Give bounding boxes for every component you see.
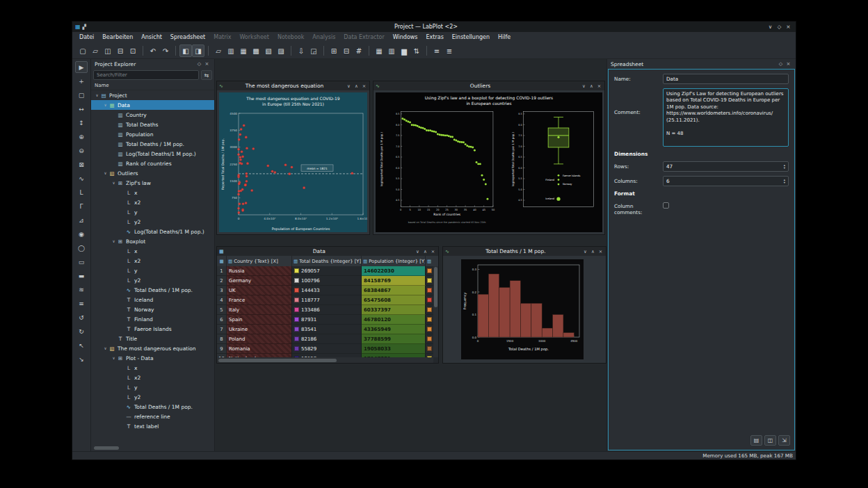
expand-arrow-icon[interactable]: ∨ (102, 346, 108, 350)
tree-item[interactable]: ▥Log(Total Deaths/1 M pop.) (91, 149, 214, 158)
histogram-titlebar[interactable]: ∿ Total Deaths / 1 M pop. ∨ ∧ × (443, 247, 606, 256)
rows-spinbox[interactable]: 47 ▴▾ (663, 161, 789, 172)
cell-country[interactable]: France (227, 295, 292, 305)
cell-total-deaths[interactable]: 55829 (292, 344, 362, 354)
cell-total-deaths[interactable]: 82186 (292, 334, 362, 344)
tree-item[interactable]: ▥Population (91, 129, 214, 139)
float-dock-icon[interactable]: ◇ (777, 61, 785, 67)
tree-item[interactable]: —reference line (91, 412, 214, 421)
restore-subwindow-icon[interactable]: ∧ (422, 249, 428, 254)
table-row[interactable]: 4France11877765475608 (217, 295, 438, 305)
tree-item[interactable]: Lx (91, 188, 214, 197)
close-dock-icon[interactable]: × (785, 61, 792, 67)
shift-left-icon[interactable]: ↖ (75, 339, 88, 351)
expand-arrow-icon[interactable]: ∨ (111, 181, 117, 185)
cell-population[interactable]: 37788599 (362, 334, 426, 344)
tree-item[interactable]: TTitle (91, 334, 214, 343)
undo-icon[interactable]: ↶ (147, 44, 159, 57)
table-row[interactable]: 3UK14443368384867 (217, 286, 438, 295)
float-dock-icon[interactable]: ◇ (195, 61, 203, 67)
tree-item[interactable]: ∿Total Deaths / 1M pop. (91, 402, 214, 412)
tree-item[interactable]: ∿Log(Total Deaths/1 M pop.) (91, 227, 214, 236)
name-field[interactable]: Data (663, 74, 789, 84)
toggle-properties-icon[interactable]: ◨ (192, 44, 204, 57)
insert-rows-icon[interactable]: ⊞ (328, 44, 340, 57)
cell-country[interactable]: Russia (227, 266, 292, 276)
cell-total-deaths[interactable]: 100796 (292, 276, 362, 286)
tree-item[interactable]: ▥Rank of countries (91, 158, 214, 168)
tree-item[interactable]: Ly2 (91, 217, 214, 227)
tree-item[interactable]: ▥Total Deaths / 1M pop. (91, 139, 214, 149)
auto-scale-icon[interactable]: ⊠ (75, 158, 88, 170)
add-axis-icon[interactable]: L (75, 186, 88, 198)
menu-item-hilfe[interactable]: Hilfe (494, 32, 515, 43)
add-plot-icon[interactable]: Γ (75, 200, 88, 212)
tree-item[interactable]: Ttext label (91, 421, 214, 431)
cell-country[interactable]: UK (227, 286, 292, 295)
redo-icon[interactable]: ↷ (159, 44, 172, 57)
print-preview-icon[interactable]: ⊡ (127, 44, 139, 57)
table-row[interactable]: 9Romania5582919058033 (217, 344, 438, 354)
cell-total-deaths[interactable]: 144433 (292, 286, 362, 295)
table-row[interactable]: 1Russia269057146022030 (217, 266, 438, 276)
tree-item[interactable]: TNorway (91, 304, 214, 314)
zoom-x-icon[interactable]: ↔ (75, 103, 88, 115)
sort-descending-icon[interactable]: ≣ (443, 44, 456, 57)
toggle-project-explorer-icon[interactable]: ◧ (179, 44, 192, 57)
cell-population[interactable]: 19058033 (362, 344, 426, 354)
tree-item[interactable]: Ly2 (91, 275, 214, 285)
template-load-button[interactable]: ▤ (750, 435, 762, 446)
cell-population[interactable]: 65475608 (362, 295, 426, 305)
shade-subwindow-icon[interactable]: ∨ (581, 83, 587, 89)
shade-subwindow-icon[interactable]: ∨ (346, 83, 352, 89)
cell-total-deaths[interactable]: 118777 (292, 295, 362, 305)
menu-item-spreadsheet[interactable]: Spreadsheet (166, 32, 209, 43)
shade-subwindow-icon[interactable]: ∨ (415, 249, 421, 254)
template-save-button[interactable]: ◫ (764, 435, 776, 446)
restore-subwindow-icon[interactable]: ∧ (590, 249, 596, 254)
add-xy-curve-icon[interactable]: ∿ (75, 172, 88, 184)
tree-item[interactable]: Lx2 (91, 197, 214, 207)
print-icon[interactable]: ⊟ (114, 44, 127, 57)
row-statistics-icon[interactable]: ▦ (373, 44, 385, 57)
zoom-in-icon[interactable]: ⊕ (75, 131, 88, 143)
tree-item[interactable]: ∨▤Project (91, 90, 214, 100)
close-subwindow-icon[interactable]: × (430, 249, 436, 254)
menu-item-extras[interactable]: Extras (422, 32, 448, 43)
tree-item[interactable]: ∿Total Deaths / 1M pop. (91, 285, 214, 295)
add-equation-icon[interactable]: ≋ (75, 284, 88, 295)
filter-options-button[interactable]: ⇆ (201, 70, 212, 80)
zoom-y-icon[interactable]: ↕ (75, 117, 88, 129)
remove-rows-icon[interactable]: ⊟ (340, 44, 353, 57)
expand-arrow-icon[interactable]: ∨ (102, 103, 108, 107)
column-header-country[interactable]: ▥Country {Text} [X] (227, 256, 292, 266)
histogram-worksheet-page[interactable]: 0.00.10.20.30150030004500Total Deaths / … (461, 259, 584, 359)
new-notebook-icon[interactable]: ▨ (275, 44, 287, 57)
restore-subwindow-icon[interactable]: ∧ (588, 83, 595, 89)
cell-country[interactable]: Spain (227, 315, 292, 325)
sort-icon[interactable]: ⇅ (410, 44, 423, 57)
table-row[interactable]: 7Ukraine8354143365949 (217, 325, 438, 334)
cursor-mode-icon[interactable]: ▶ (75, 61, 88, 73)
menu-item-ansicht[interactable]: Ansicht (137, 32, 166, 43)
new-spreadsheet-icon[interactable]: ▦ (237, 44, 250, 57)
explorer-hscrollbar[interactable] (93, 445, 213, 450)
expand-arrow-icon[interactable]: ∨ (111, 356, 117, 360)
plot-data-icon[interactable]: ▆ (398, 44, 410, 57)
add-legend-icon[interactable]: ≡ (75, 298, 88, 309)
close-subwindow-icon[interactable]: × (361, 83, 367, 89)
data-extractor-icon[interactable]: ◲ (307, 44, 320, 57)
close-subwindow-icon[interactable]: × (596, 83, 602, 89)
table-row[interactable]: 6Spain8793146780120 (217, 315, 438, 325)
tree-item[interactable]: ∨▦Data (91, 100, 214, 110)
cell-population[interactable]: 68384867 (362, 286, 426, 295)
add-ellipse-icon[interactable]: ◉ (75, 228, 88, 240)
shade-subwindow-icon[interactable]: ∨ (582, 249, 588, 254)
tree-item[interactable]: TIceland (91, 295, 214, 304)
tree-item[interactable]: ▥Total Deaths (91, 120, 214, 129)
shade-button[interactable]: ∨ (766, 24, 775, 30)
cell-population[interactable]: 146022030 (362, 266, 426, 276)
tree-item[interactable]: Lx2 (91, 256, 214, 266)
add-histogram-icon[interactable]: ⊿ (75, 214, 88, 226)
new-project-icon[interactable]: ▢ (77, 44, 89, 57)
